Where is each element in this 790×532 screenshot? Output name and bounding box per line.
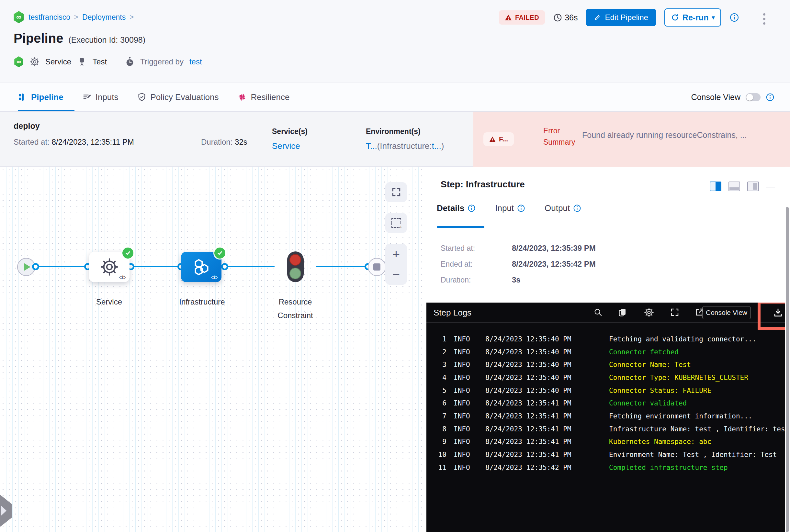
step-logs-title: Step Logs bbox=[434, 308, 472, 318]
detail-label: Started at: bbox=[441, 244, 475, 253]
node-resource-constraint[interactable] bbox=[287, 251, 304, 282]
log-line-number: 10 bbox=[434, 451, 446, 458]
zoom-out-button[interactable]: − bbox=[392, 268, 400, 281]
connector-dot bbox=[32, 263, 39, 270]
layout-bottom-view-button[interactable] bbox=[729, 182, 740, 191]
log-timestamp: 8/24/2023 12:35:40 PM bbox=[485, 374, 609, 381]
rerun-button[interactable]: Re-run ▾ bbox=[664, 8, 721, 26]
layout-minimized-view-button[interactable] bbox=[747, 182, 759, 191]
step-panel-title: Step: Infrastructure bbox=[441, 179, 525, 190]
zoom-in-button[interactable]: + bbox=[392, 248, 400, 261]
edge-connector bbox=[26, 266, 275, 267]
elapsed-time: 36s bbox=[553, 13, 577, 22]
gear-icon[interactable] bbox=[644, 307, 654, 318]
log-timestamp: 8/24/2023 12:35:40 PM bbox=[485, 361, 609, 368]
layout-right-view-button[interactable] bbox=[710, 182, 721, 191]
tab-bar: Pipeline Inputs Policy Evaluations Resil… bbox=[0, 82, 790, 112]
info-icon[interactable] bbox=[766, 93, 774, 101]
tab-policy-evaluations[interactable]: Policy Evaluations bbox=[137, 92, 219, 102]
log-message: Fetching and validating connector... bbox=[609, 335, 785, 343]
tab-input[interactable]: Input bbox=[495, 203, 525, 213]
end-node bbox=[368, 258, 386, 276]
harness-logo-icon: ∞ bbox=[14, 56, 24, 67]
harness-logo-icon: ∞ bbox=[13, 11, 24, 23]
minimize-panel-button[interactable]: — bbox=[766, 182, 775, 191]
environment-name: Test bbox=[93, 57, 107, 66]
red-light-icon bbox=[290, 254, 301, 266]
log-line-number: 8 bbox=[434, 425, 446, 433]
info-icon bbox=[467, 204, 476, 212]
log-line: 11 INFO 8/24/2023 12:35:42 PM Completed … bbox=[426, 461, 785, 474]
log-line-number: 3 bbox=[434, 361, 446, 368]
divider bbox=[116, 55, 116, 69]
environment-link[interactable]: T...(Infrastructure:t...) bbox=[366, 141, 444, 151]
error-summary-text: Found already running resourceConstrains… bbox=[582, 130, 783, 140]
log-message: Connector validated bbox=[609, 399, 785, 407]
step-panel-tabs: Details Input Output bbox=[437, 203, 581, 213]
log-line: 9 INFO 8/24/2023 12:35:41 PM Kubernetes … bbox=[426, 436, 785, 449]
chevron-right-icon: > bbox=[74, 13, 78, 21]
trigger-user-link[interactable]: test bbox=[189, 57, 202, 66]
console-view-toggle[interactable] bbox=[746, 93, 760, 101]
edit-pipeline-button[interactable]: Edit Pipeline bbox=[586, 9, 656, 26]
divider bbox=[259, 119, 259, 159]
tab-pipeline[interactable]: Pipeline bbox=[18, 92, 63, 102]
detail-label: Duration: bbox=[441, 276, 471, 284]
tab-output[interactable]: Output bbox=[545, 203, 581, 213]
download-logs-icon[interactable] bbox=[773, 307, 783, 318]
stage-summary-bar: deploy Started at: 8/24/2023, 12:35:11 P… bbox=[0, 112, 790, 167]
breadcrumb-project[interactable]: testfrancisco bbox=[29, 13, 70, 22]
fullscreen-icon bbox=[391, 187, 402, 197]
console-view-label: Console View bbox=[691, 93, 740, 102]
stage-name: deploy bbox=[14, 121, 40, 131]
log-level: INFO bbox=[454, 412, 485, 420]
log-line-number: 5 bbox=[434, 387, 446, 395]
warning-triangle-icon bbox=[489, 136, 496, 142]
log-line: 10 INFO 8/24/2023 12:35:41 PM Environmen… bbox=[426, 448, 785, 461]
log-timestamp: 8/24/2023 12:35:41 PM bbox=[485, 399, 609, 407]
log-line-number: 4 bbox=[434, 374, 446, 381]
detail-label: Ended at: bbox=[441, 260, 472, 269]
info-icon[interactable] bbox=[730, 13, 739, 22]
log-message: Connector Status: FAILURE bbox=[609, 387, 785, 395]
scrollbar-thumb[interactable] bbox=[786, 207, 789, 532]
log-timestamp: 8/24/2023 12:35:40 PM bbox=[485, 335, 609, 343]
canvas-fullscreen-button[interactable] bbox=[385, 182, 407, 202]
info-icon bbox=[517, 204, 525, 212]
more-options-menu[interactable] bbox=[761, 12, 767, 26]
node-infrastructure[interactable]: </> bbox=[181, 252, 221, 282]
service-link[interactable]: Service bbox=[272, 141, 308, 151]
log-lines[interactable]: 1 INFO 8/24/2023 12:35:40 PM Fetching an… bbox=[426, 332, 785, 474]
log-timestamp: 8/24/2023 12:35:42 PM bbox=[485, 464, 609, 472]
success-check-badge bbox=[214, 248, 225, 259]
breadcrumb-deployments[interactable]: Deployments bbox=[82, 13, 126, 22]
canvas-zoom-controls: + − bbox=[385, 244, 407, 285]
detail-value: 8/24/2023, 12:35:39 PM bbox=[512, 244, 596, 253]
log-level: INFO bbox=[454, 387, 485, 395]
node-service[interactable]: </> bbox=[89, 252, 129, 282]
log-level: INFO bbox=[454, 335, 485, 343]
copy-icon[interactable] bbox=[618, 307, 627, 317]
pipeline-canvas[interactable]: </> </> Service Infrastructure Resource … bbox=[0, 167, 422, 532]
expand-arrow-icon bbox=[1, 506, 6, 515]
console-view-button[interactable]: Console View bbox=[702, 306, 751, 319]
tab-details[interactable]: Details bbox=[437, 203, 476, 213]
info-icon bbox=[573, 204, 581, 212]
left-panel-expander[interactable] bbox=[0, 495, 12, 527]
fullscreen-icon[interactable] bbox=[670, 307, 680, 317]
search-icon[interactable] bbox=[593, 307, 603, 317]
services-header: Service(s) bbox=[272, 127, 308, 136]
log-level: INFO bbox=[454, 348, 485, 356]
shield-check-icon bbox=[137, 93, 146, 101]
resilience-icon bbox=[238, 93, 247, 101]
node-label: Service bbox=[77, 295, 142, 309]
canvas-select-button[interactable]: + bbox=[385, 213, 407, 233]
tab-resilience[interactable]: Resilience bbox=[238, 92, 290, 102]
log-line: 1 INFO 8/24/2023 12:35:40 PM Fetching an… bbox=[426, 332, 785, 346]
tab-inputs[interactable]: Inputs bbox=[82, 92, 118, 102]
log-level: INFO bbox=[454, 464, 485, 472]
error-summary-label: Error Summary bbox=[543, 125, 582, 148]
detail-value: 3s bbox=[512, 276, 521, 284]
log-level: INFO bbox=[454, 438, 485, 445]
log-message: Environment Name: Test , Identifier: Tes… bbox=[609, 451, 785, 458]
